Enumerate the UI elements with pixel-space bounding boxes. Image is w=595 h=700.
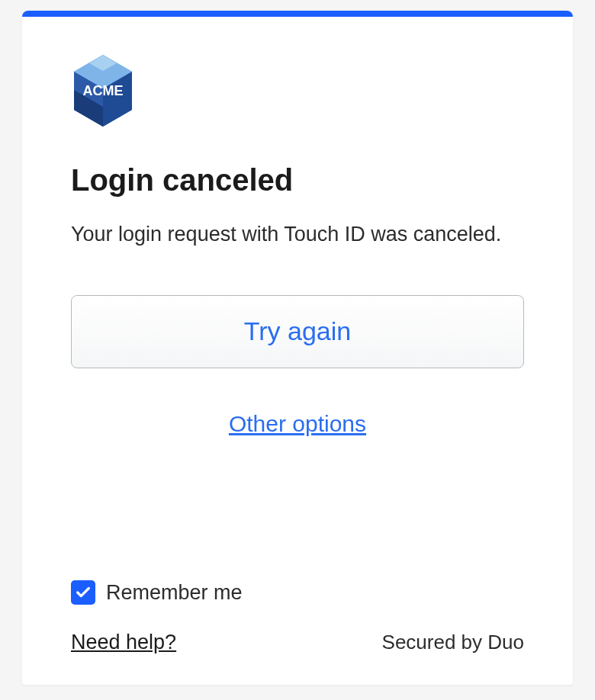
logo-container: ACME <box>71 53 524 131</box>
secured-by-text: Secured by Duo <box>382 631 524 654</box>
card-content: ACME Login canceled Your login request w… <box>22 17 573 685</box>
acme-logo-icon: ACME <box>71 53 135 128</box>
logo-text: ACME <box>83 83 124 98</box>
page-title: Login canceled <box>71 163 524 197</box>
status-message: Your login request with Touch ID was can… <box>71 220 524 249</box>
spacer <box>71 437 524 580</box>
remember-checkbox[interactable] <box>71 580 95 605</box>
check-icon <box>75 584 92 601</box>
other-options-link[interactable]: Other options <box>71 411 524 437</box>
remember-label: Remember me <box>106 581 243 605</box>
try-again-button[interactable]: Try again <box>71 295 524 368</box>
remember-row: Remember me <box>71 580 524 605</box>
footer-row: Need help? Secured by Duo <box>71 631 524 654</box>
accent-bar <box>22 11 573 17</box>
need-help-link[interactable]: Need help? <box>71 631 176 654</box>
auth-card: ACME Login canceled Your login request w… <box>22 11 573 685</box>
